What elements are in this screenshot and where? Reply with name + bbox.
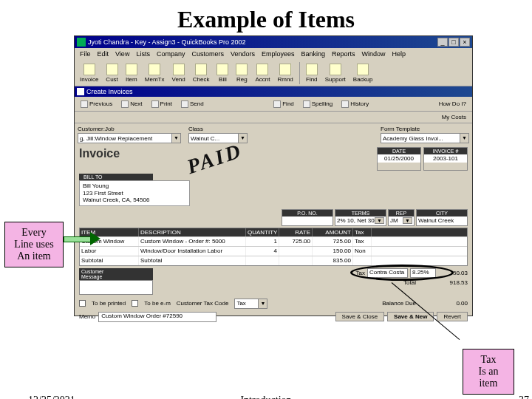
menu-lists[interactable]: Lists [134,50,152,58]
to-be-printed-checkbox[interactable] [79,300,86,307]
reg-icon [236,64,248,75]
menu-banking[interactable]: Banking [299,50,328,58]
print-button[interactable]: Print [149,100,175,109]
callout-tax-item: Tax Is an item [463,349,514,395]
main-toolbar: Invoice Cust Item MemTx Vend Check Bill … [75,60,472,86]
spell-icon [303,100,310,108]
bill-to-label: BILL TO [79,174,153,180]
save-new-button[interactable]: Save & New [387,312,434,321]
menu-vendors[interactable]: Vendors [228,50,257,58]
cust-icon [106,64,118,75]
cust-tax-dropdown[interactable]: Tax▼ [234,299,267,309]
howdoi-button[interactable]: How Do I? [436,100,469,108]
app-icon [77,38,86,47]
rep-dropdown[interactable]: JM▼ [389,216,414,225]
bill-to-section: BILL TO Bill Young 123 First Street Waln… [75,172,472,208]
close-button[interactable]: × [460,38,470,47]
rmnd-icon [279,64,291,75]
tb-rmnd[interactable]: Rmnd [274,63,296,83]
menu-view[interactable]: View [113,50,132,58]
chevron-down-icon: ▼ [238,134,247,143]
spelling-button[interactable]: Spelling [300,100,335,109]
tb-find[interactable]: Find [303,63,321,83]
menu-help[interactable]: Help [390,50,409,58]
tb-support[interactable]: Support [322,63,349,83]
invoice-header: Invoice PAID DATE 01/25/2000 INVOICE # 2… [75,146,472,172]
next-button[interactable]: Next [118,100,145,109]
chevron-down-icon: ▼ [375,217,384,224]
city-field[interactable]: Walnut Creek [417,216,467,225]
table-row[interactable]: SubtotalSubtotal835.00 [80,256,467,265]
invoice-icon [83,64,95,75]
tb-invoice[interactable]: Invoice [77,63,101,83]
terms-box: TERMS2% 10, Net 30▼ [335,209,386,226]
quickbooks-window: Jyoti Chandra - Key - Assign3 - QuickBoo… [74,35,473,316]
line-items-table: ITEM DESCRIPTION QUANTITY RATE AMOUNT Ta… [79,228,468,266]
history-button[interactable]: History [338,100,372,109]
slide-title: Example of Items [0,0,532,36]
chevron-down-icon: ▼ [171,134,180,143]
tax-pct: 8.25% [410,268,436,278]
memo-input[interactable]: Custom Window Order #72590 [98,312,216,322]
invoice-toolbar: Previous Next Print Send Find Spelling H… [75,97,472,112]
find-icon [306,64,318,75]
table-row[interactable]: Custom WindowCustom Window - Order #: 50… [80,236,467,246]
callout-arrow-left [64,233,100,244]
po-field[interactable] [282,216,332,225]
class-label: Class [188,126,248,132]
to-be-emailed-checkbox[interactable] [132,300,138,307]
tb-item[interactable]: Item [123,63,140,83]
tb-reg[interactable]: Reg [233,63,250,83]
invoice-window-icon [77,88,84,95]
tb-memtx[interactable]: MemTx [142,63,168,83]
menu-edit[interactable]: Edit [95,50,112,58]
invoice-toolbar-2: My Costs [75,112,472,123]
tb-backup[interactable]: Backup [350,63,376,83]
table-header: ITEM DESCRIPTION QUANTITY RATE AMOUNT Ta… [80,228,467,236]
save-close-button[interactable]: Save & Close [335,312,384,321]
minimize-button[interactable]: _ [437,38,448,47]
subwindow-titlebar: Create Invoices [75,86,472,97]
table-row[interactable]: LaborWindow/Door Installation Labor4150.… [80,246,467,256]
menu-reports[interactable]: Reports [330,50,358,58]
maximize-button[interactable]: □ [449,38,459,47]
support-icon [330,64,341,75]
po-terms-row: P.O. NO. TERMS2% 10, Net 30▼ REPJM▼ CITY… [75,208,472,228]
menu-window[interactable]: Window [360,50,388,58]
custmsg-dropdown[interactable] [79,280,153,295]
chevron-down-icon: ▼ [258,299,267,308]
send-button[interactable]: Send [178,100,207,109]
city-box: CITYWalnut Creek [416,209,468,226]
invoice-title: Invoice [79,147,120,171]
history-icon [341,100,349,108]
toolbar-separator [299,62,300,84]
invoice-num-box: INVOICE # 2003-101 [423,147,468,171]
bill-icon [216,64,228,75]
tb-cust[interactable]: Cust [103,63,120,83]
invoice-num-field[interactable]: 2003-101 [424,154,467,163]
prev-button[interactable]: Previous [78,100,115,109]
template-dropdown[interactable]: Academy Glass Invoi...▼ [381,133,469,143]
mycosts-button[interactable]: My Costs [439,113,469,121]
po-box: P.O. NO. [282,209,333,226]
terms-dropdown[interactable]: 2% 10, Net 30▼ [335,216,386,225]
tax-item-dropdown[interactable]: Contra Costa [367,268,408,278]
titlebar: Jyoti Chandra - Key - Assign3 - QuickBoo… [75,36,472,48]
tax-line: Tax Contra Costa 8.25% 50.03 [356,268,468,278]
tb-vend[interactable]: Vend [168,63,188,83]
footer-page: 37 [519,395,529,399]
date-field[interactable]: 01/25/2000 [378,154,420,163]
menu-company[interactable]: Company [154,50,188,58]
menu-file[interactable]: File [78,50,93,58]
bill-to-address[interactable]: Bill Young 123 First Street Walnut Creek… [79,180,190,206]
tb-bill[interactable]: Bill [214,63,231,83]
find-button[interactable]: Find [270,100,297,109]
totals-section: Customer Message Tax Contra Costa 8.25% … [75,266,472,297]
tb-accnt[interactable]: Accnt [252,63,273,83]
menu-customers[interactable]: Customers [189,50,226,58]
callout-every-line: Every Line uses An item [4,222,64,267]
menu-employees[interactable]: Employees [259,50,297,58]
revert-button[interactable]: Revert [437,312,468,321]
customer-job-dropdown[interactable]: g, Jill:Window Replacement▼ [78,133,181,143]
tb-check[interactable]: Check [190,63,213,83]
